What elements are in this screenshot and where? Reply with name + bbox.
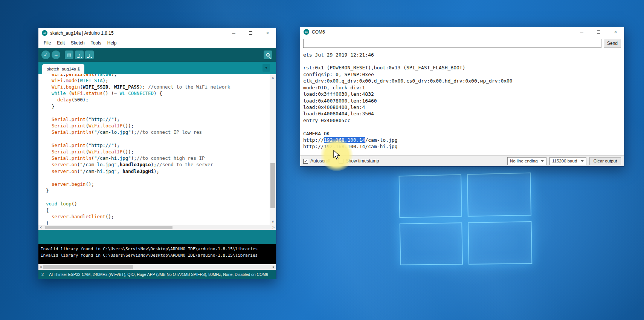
- ide-tab-bar: sketch_aug14a § ▼: [38, 62, 276, 74]
- menu-file[interactable]: File: [41, 40, 54, 46]
- text-line: Serial.print(WiFi.localIP());: [46, 149, 270, 155]
- baud-rate-dropdown[interactable]: 115200 baud: [549, 157, 586, 165]
- tab-menu-button[interactable]: ▼: [262, 64, 270, 72]
- line-ending-value: No line ending: [510, 159, 538, 163]
- serial-titlebar[interactable]: ∞ COM6 ─ ×: [300, 27, 624, 37]
- scroll-down-icon[interactable]: ∨: [270, 219, 276, 224]
- serial-monitor-button[interactable]: [264, 51, 272, 59]
- text-line: http://192.168.100.14/cam-hi.jpg: [303, 143, 621, 150]
- ide-menu-bar: FileEditSketchToolsHelp: [38, 38, 276, 48]
- serial-input[interactable]: [303, 39, 601, 48]
- save-button[interactable]: ↓: [85, 51, 94, 59]
- text-line: {: [46, 207, 270, 213]
- serial-window-title: COM6: [312, 29, 325, 35]
- toolbar-buttons: ✓→▤↑↓: [41, 51, 95, 59]
- text-line: WiFi.begin(WIFI_SSID, WIFI_PASS); //conn…: [46, 84, 270, 90]
- code-area: WiFi.persistent(false); WiFi.mode(WIFI_S…: [38, 74, 270, 225]
- text-line: clk_drv:0x00,q_drv:0x00,d_drv:0x00,cs0_d…: [303, 78, 621, 84]
- autoscroll-checkbox[interactable]: ✓: [303, 159, 308, 164]
- ide-toolbar: ✓→▤↑↓: [38, 48, 276, 62]
- text-line: }: [46, 220, 270, 225]
- minimize-button[interactable]: ─: [225, 28, 242, 38]
- arduino-app-icon: ∞: [42, 30, 47, 36]
- text-line: load:0x40078000,len:16460: [303, 98, 621, 104]
- scroll-right-icon[interactable]: >: [271, 225, 276, 230]
- windows-logo-pane: [468, 221, 533, 264]
- editor-vertical-scrollbar[interactable]: ∧ ∨: [270, 74, 276, 225]
- menu-edit[interactable]: Edit: [54, 40, 68, 46]
- editor-horizontal-scrollbar[interactable]: < >: [38, 225, 276, 230]
- horizontal-scrollbar-thumb[interactable]: [45, 226, 172, 229]
- scroll-right-icon[interactable]: >: [271, 264, 276, 270]
- horizontal-scrollbar-thumb[interactable]: [43, 265, 133, 269]
- text-line: void loop(): [46, 201, 270, 207]
- vertical-scrollbar-thumb[interactable]: [270, 163, 275, 208]
- chevron-down-icon: [581, 160, 584, 162]
- text-line: WiFi.mode(WIFI_STA);: [46, 77, 270, 84]
- text-line: [46, 110, 270, 116]
- tab-sketch-aug14a[interactable]: sketch_aug14a §: [42, 64, 84, 74]
- new-button[interactable]: ▤: [65, 51, 73, 59]
- ide-titlebar[interactable]: ∞ sketch_aug14a | Arduino 1.8.15 ─ ×: [38, 28, 276, 38]
- text-line: load:0x40080400,len:4: [303, 104, 621, 110]
- text-line: }: [46, 187, 270, 194]
- serial-send-row: Send: [300, 37, 624, 50]
- send-button[interactable]: Send: [604, 39, 621, 48]
- text-line: server.begin();: [46, 181, 270, 187]
- console-horizontal-scrollbar[interactable]: < >: [38, 264, 276, 270]
- arrow-right-icon: →: [53, 52, 58, 57]
- arduino-ide-window: ∞ sketch_aug14a | Arduino 1.8.15 ─ × Fil…: [38, 28, 276, 279]
- mouse-cursor: [333, 150, 341, 162]
- document-icon: ▤: [67, 53, 71, 57]
- show-timestamp-label: Show timestamp: [346, 158, 379, 164]
- close-button[interactable]: ×: [607, 27, 624, 37]
- close-button[interactable]: ×: [259, 28, 276, 38]
- arduino-app-icon: ∞: [304, 29, 309, 35]
- arrow-up-icon: ↑: [78, 52, 81, 57]
- arrow-down-icon: ↓: [88, 52, 91, 57]
- text-line: Serial.print("http://");: [46, 142, 270, 149]
- text-line: while (WiFi.status() != WL_CONNECTED) {: [46, 90, 270, 96]
- open-button[interactable]: ↑: [75, 51, 84, 59]
- text-line: rst:0x1 (POWERON_RESET),boot:0x13 (SPI_F…: [303, 64, 621, 71]
- scroll-left-icon[interactable]: <: [38, 225, 44, 230]
- text-line: Serial.println("/cam-hi.jpg");//to conne…: [46, 155, 270, 161]
- baud-rate-value: 115200 baud: [552, 159, 577, 163]
- verify-button[interactable]: ✓: [41, 51, 50, 59]
- magnifier-icon: [266, 53, 270, 57]
- text-line: http://192.168.100.14/cam-lo.jpg: [303, 137, 621, 143]
- text-line: Invalid library found in C:\Users\Servis…: [41, 246, 274, 252]
- serial-bottom-bar: ✓ Autoscroll Show timestamp No line endi…: [300, 155, 624, 166]
- text-line: load:0x40080404,len:3504: [303, 110, 621, 117]
- minimize-button[interactable]: ─: [573, 27, 590, 37]
- menu-help[interactable]: Help: [104, 40, 120, 46]
- scroll-up-icon[interactable]: ∧: [270, 75, 276, 80]
- menu-sketch[interactable]: Sketch: [68, 40, 88, 46]
- code-lines: WiFi.persistent(false); WiFi.mode(WIFI_S…: [46, 74, 270, 225]
- maximize-button[interactable]: [590, 27, 607, 37]
- ide-window-title: sketch_aug14a | Arduino 1.8.15: [50, 31, 114, 36]
- line-ending-dropdown[interactable]: No line ending: [507, 157, 546, 165]
- text-line: server.handleClient();: [46, 213, 270, 220]
- upload-button[interactable]: →: [52, 51, 60, 59]
- text-line: Invalid library found in C:\Users\Servis…: [41, 252, 274, 259]
- text-line: WiFi.persistent(false);: [46, 74, 270, 77]
- windows-logo-pane: [400, 222, 463, 265]
- text-line: delay(500);: [46, 96, 270, 103]
- maximize-icon: [249, 31, 252, 35]
- text-line: server.on("/cam-hi.jpg", handleJpgHi);: [46, 168, 270, 175]
- windows-logo: [399, 173, 533, 265]
- maximize-button[interactable]: [242, 28, 259, 38]
- serial-output[interactable]: ets Jul 29 2019 12:21:46 rst:0x1 (POWERO…: [300, 50, 624, 155]
- text-line: ets Jul 29 2019 12:21:46: [303, 52, 621, 58]
- windows-logo-pane: [399, 174, 462, 217]
- desktop: ∞ sketch_aug14a | Arduino 1.8.15 ─ × Fil…: [0, 0, 644, 320]
- check-icon: ✓: [44, 52, 48, 57]
- text-line: [303, 58, 621, 64]
- ide-status-bar: 2 AI Thinker ESP32-CAM, 240MHz (WiFi/BT)…: [38, 270, 276, 279]
- clear-output-button[interactable]: Clear output: [589, 157, 621, 165]
- text-line: CAMERA OK: [303, 130, 621, 137]
- menu-tools[interactable]: Tools: [88, 40, 104, 46]
- text-line: [46, 175, 270, 181]
- code-editor[interactable]: WiFi.persistent(false); WiFi.mode(WIFI_S…: [38, 74, 276, 225]
